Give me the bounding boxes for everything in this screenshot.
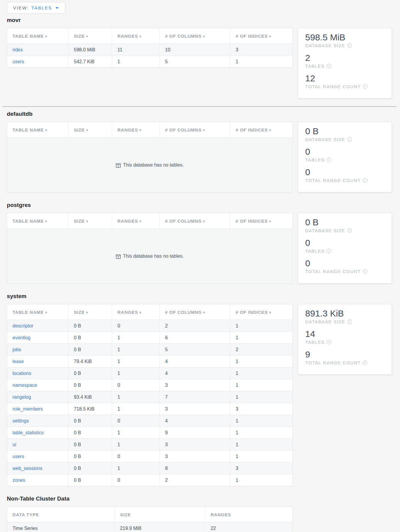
cell: 1 bbox=[112, 332, 160, 344]
table-link-descriptor[interactable]: descriptor bbox=[12, 323, 33, 328]
tables-count-stat: 14 TABLES i bbox=[305, 329, 385, 345]
column-label: RANGES bbox=[117, 310, 138, 315]
column-header-table-name[interactable]: TABLE NAME▼ bbox=[7, 213, 68, 229]
column-label: TABLE NAME bbox=[12, 218, 44, 224]
sort-desc-icon: ▼ bbox=[44, 128, 48, 132]
table-link-namespace[interactable]: namespace bbox=[12, 383, 37, 388]
view-mode-dropdown[interactable]: VIEW: TABLES bbox=[7, 2, 65, 14]
column-header-of-columns[interactable]: # OF COLUMNS▼ bbox=[160, 213, 230, 229]
table-link-ui[interactable]: ui bbox=[12, 442, 16, 447]
cell: 598.0 MiB bbox=[68, 44, 112, 56]
cell: 1 bbox=[230, 332, 292, 344]
cell: 9 bbox=[160, 427, 230, 439]
cell: 0 bbox=[112, 415, 160, 427]
table-row: web_sessions0 B183 bbox=[7, 463, 292, 474]
cell: 3 bbox=[160, 403, 230, 415]
column-header-table-name[interactable]: TABLE NAME▼ bbox=[7, 28, 68, 44]
range-count-stat: 12 TOTAL RANGE COUNT i bbox=[305, 73, 385, 89]
database-size-value: 891.3 KiB bbox=[305, 308, 385, 319]
database-name: movr bbox=[7, 17, 392, 23]
table-link-users[interactable]: users bbox=[12, 454, 24, 459]
table-link-zones[interactable]: zones bbox=[12, 478, 25, 483]
column-label: # OF INDICES bbox=[236, 218, 268, 224]
column-header-of-indices[interactable]: # OF INDICES▼ bbox=[230, 304, 292, 320]
info-icon[interactable]: i bbox=[327, 340, 331, 344]
column-header-ranges[interactable]: RANGES▼ bbox=[112, 213, 160, 229]
sort-desc-icon: ▼ bbox=[85, 219, 89, 224]
table-link-role-members[interactable]: role_members bbox=[12, 406, 43, 411]
column-label: RANGES bbox=[117, 34, 138, 39]
column-header-size[interactable]: SIZE▼ bbox=[68, 213, 112, 229]
column-header-table-name[interactable]: TABLE NAME▼ bbox=[7, 122, 68, 138]
column-header-size[interactable]: SIZE▼ bbox=[68, 122, 112, 138]
info-icon[interactable]: i bbox=[347, 319, 352, 324]
column-header-table-name[interactable]: TABLE NAME▼ bbox=[7, 304, 68, 320]
info-icon[interactable]: i bbox=[327, 158, 331, 162]
table-link-users[interactable]: users bbox=[12, 59, 24, 64]
sort-desc-icon: ▼ bbox=[44, 34, 48, 39]
column-header-of-columns[interactable]: # OF COLUMNS▼ bbox=[160, 304, 230, 320]
column-label: SIZE bbox=[74, 34, 85, 39]
table-link-table-statistics[interactable]: table_statistics bbox=[12, 430, 44, 435]
column-header-size[interactable]: SIZE▼ bbox=[68, 304, 112, 320]
cell: 3 bbox=[230, 463, 292, 474]
cell: 3 bbox=[160, 379, 230, 391]
cell: 0 B bbox=[68, 474, 112, 486]
column-header-size[interactable]: SIZE▼ bbox=[68, 28, 112, 44]
non-table-title: Non-Table Cluster Data bbox=[7, 495, 392, 502]
sort-desc-icon: ▼ bbox=[268, 219, 272, 224]
cell: 1 bbox=[230, 356, 292, 368]
table-link-rangelog[interactable]: rangelog bbox=[12, 395, 31, 400]
column-header-size: SIZE bbox=[114, 507, 205, 522]
info-icon[interactable]: i bbox=[327, 249, 331, 253]
column-header-of-indices[interactable]: # OF INDICES▼ bbox=[230, 28, 292, 44]
info-icon[interactable]: i bbox=[363, 178, 367, 183]
non-table-table: DATA TYPESIZERANGES Time Series219.9 MiB… bbox=[7, 506, 293, 532]
column-header-of-columns[interactable]: # OF COLUMNS▼ bbox=[160, 122, 230, 138]
table-link-eventlog[interactable]: eventlog bbox=[12, 335, 31, 340]
info-icon[interactable]: i bbox=[363, 84, 367, 89]
info-icon[interactable]: i bbox=[347, 228, 352, 233]
cell: 0 B bbox=[68, 463, 112, 474]
table-link-jobs[interactable]: jobs bbox=[12, 347, 21, 352]
info-icon[interactable]: i bbox=[363, 360, 367, 365]
cell: 0 B bbox=[68, 332, 112, 344]
table-link-web-sessions[interactable]: web_sessions bbox=[12, 466, 42, 471]
info-icon[interactable]: i bbox=[327, 64, 331, 68]
column-header-ranges[interactable]: RANGES▼ bbox=[112, 304, 160, 320]
table-link-rides[interactable]: rides bbox=[12, 47, 23, 52]
table-link-settings[interactable]: settings bbox=[12, 418, 29, 423]
database-sections: movr TABLE NAME▼SIZE▼RANGES▼# OF COLUMNS… bbox=[7, 17, 392, 486]
cell: 2 bbox=[160, 320, 230, 332]
column-label: RANGES bbox=[117, 127, 138, 132]
table-name-cell: zones bbox=[7, 474, 68, 486]
table-row: lease79.4 KiB141 bbox=[7, 356, 292, 368]
cell: 1 bbox=[230, 391, 292, 403]
table-link-locations[interactable]: locations bbox=[12, 371, 31, 376]
info-icon[interactable]: i bbox=[363, 269, 367, 274]
table-link-lease[interactable]: lease bbox=[12, 359, 24, 364]
cell: 7 bbox=[160, 391, 230, 403]
sort-desc-icon: ▼ bbox=[138, 311, 142, 315]
sort-desc-icon: ▼ bbox=[202, 34, 206, 39]
column-header-ranges[interactable]: RANGES▼ bbox=[112, 28, 160, 44]
cell: 1 bbox=[230, 56, 292, 68]
column-header-of-columns[interactable]: # OF COLUMNS▼ bbox=[160, 28, 230, 44]
column-header-of-indices[interactable]: # OF INDICES▼ bbox=[230, 122, 292, 138]
cell: 3 bbox=[230, 44, 292, 56]
info-icon[interactable]: i bbox=[347, 43, 352, 48]
tables-count-label: TABLES i bbox=[305, 64, 385, 69]
column-header-of-indices[interactable]: # OF INDICES▼ bbox=[230, 213, 292, 229]
cell: 4 bbox=[160, 356, 230, 368]
info-icon[interactable]: i bbox=[347, 137, 352, 142]
cell: 11 bbox=[112, 44, 160, 56]
non-table-section: Non-Table Cluster Data DATA TYPESIZERANG… bbox=[7, 495, 392, 532]
cell: 4 bbox=[160, 368, 230, 379]
table-row: zones0 B021 bbox=[7, 474, 292, 486]
cell: 1 bbox=[230, 415, 292, 427]
column-header-ranges[interactable]: RANGES▼ bbox=[112, 122, 160, 138]
cell: 1 bbox=[230, 474, 292, 486]
tables-count-stat: 0 TABLES i bbox=[305, 238, 385, 254]
range-count-value: 9 bbox=[305, 349, 385, 360]
empty-state: This database has no tables. bbox=[7, 138, 292, 192]
